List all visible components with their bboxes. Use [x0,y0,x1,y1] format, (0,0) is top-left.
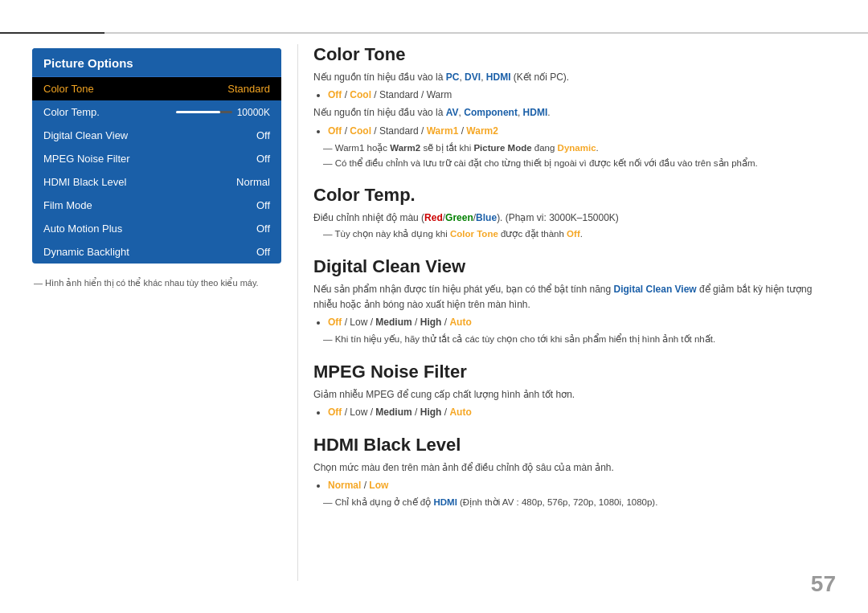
menu-value-dynamic-backlight: Off [256,246,270,258]
menu-item-mpeg-noise-filter[interactable]: MPEG Noise Filter Off [32,147,281,170]
menu-value-digital-clean-view: Off [256,129,270,141]
menu-label-color-temp: Color Temp. [43,106,100,118]
page-number: 57 [811,571,836,597]
right-panel: Color Tone Nếu nguồn tín hiệu đầu vào là… [313,44,836,581]
section-title-color-tone: Color Tone [313,44,836,65]
left-panel: Picture Options Color Tone Standard Colo… [32,48,281,288]
section-digital-clean-view: Digital Clean View Nếu sản phẩm nhận đượ… [313,256,836,347]
section-title-digital-clean-view: Digital Clean View [313,256,836,277]
section-color-tone: Color Tone Nếu nguồn tín hiệu đầu vào là… [313,44,836,170]
section-body-color-tone: Nếu nguồn tín hiệu đầu vào là PC, DVI, H… [313,70,836,170]
section-title-mpeg-noise-filter: MPEG Noise Filter [313,362,836,382]
menu-label-hdmi-black-level: HDMI Black Level [43,176,126,188]
menu-label-color-tone: Color Tone [43,83,94,95]
menu-value-hdmi-black-level: Normal [236,176,270,188]
top-line-accent [0,32,104,34]
menu-label-film-mode: Film Mode [43,199,92,211]
menu-item-dynamic-backlight[interactable]: Dynamic Backlight Off [32,240,281,264]
menu-value-color-tone: Standard [227,83,270,95]
section-hdmi-black-level: HDMI Black Level Chọn mức màu đen trên m… [313,435,836,510]
divider-line [297,44,298,581]
section-mpeg-noise-filter: MPEG Noise Filter Giảm nhiễu MPEG để cun… [313,362,836,420]
left-panel-footnote: Hình ảnh hiển thị có thể khác nhau tùy t… [32,278,281,288]
menu-value-mpeg-noise-filter: Off [256,153,270,165]
menu-value-film-mode: Off [256,199,270,211]
menu-item-auto-motion-plus[interactable]: Auto Motion Plus Off [32,217,281,240]
menu-item-hdmi-black-level[interactable]: HDMI Black Level Normal [32,170,281,194]
menu-item-color-tone[interactable]: Color Tone Standard [32,77,281,100]
menu-item-film-mode[interactable]: Film Mode Off [32,194,281,217]
menu-label-mpeg-noise-filter: MPEG Noise Filter [43,153,130,165]
section-body-digital-clean-view: Nếu sản phẩm nhận được tín hiệu phát yếu… [313,282,836,347]
section-title-color-temp: Color Temp. [313,185,836,206]
menu-label-auto-motion-plus: Auto Motion Plus [43,223,122,235]
section-body-mpeg-noise-filter: Giảm nhiễu MPEG để cung cấp chất lượng h… [313,387,836,420]
section-body-hdmi-black-level: Chọn mức màu đen trên màn ảnh để điều ch… [313,460,836,510]
section-color-temp: Color Temp. Điều chỉnh nhiệt độ màu (Red… [313,185,836,241]
picture-options-box: Picture Options Color Tone Standard Colo… [32,48,281,264]
picture-options-title: Picture Options [32,48,281,77]
slider-fill [176,111,220,113]
section-title-hdmi-black-level: HDMI Black Level [313,435,836,456]
menu-item-color-temp[interactable]: Color Temp. 10000K [32,100,281,124]
menu-item-digital-clean-view[interactable]: Digital Clean View Off [32,124,281,147]
menu-value-auto-motion-plus: Off [256,223,270,235]
slider-value: 10000K [237,107,270,118]
slider-bar [176,111,232,113]
section-body-color-temp: Điều chỉnh nhiệt độ màu (Red/Green/Blue)… [313,210,836,241]
menu-label-dynamic-backlight: Dynamic Backlight [43,246,129,258]
top-line-full [0,32,868,34]
slider-container: 10000K [176,107,270,118]
menu-label-digital-clean-view: Digital Clean View [43,129,128,141]
